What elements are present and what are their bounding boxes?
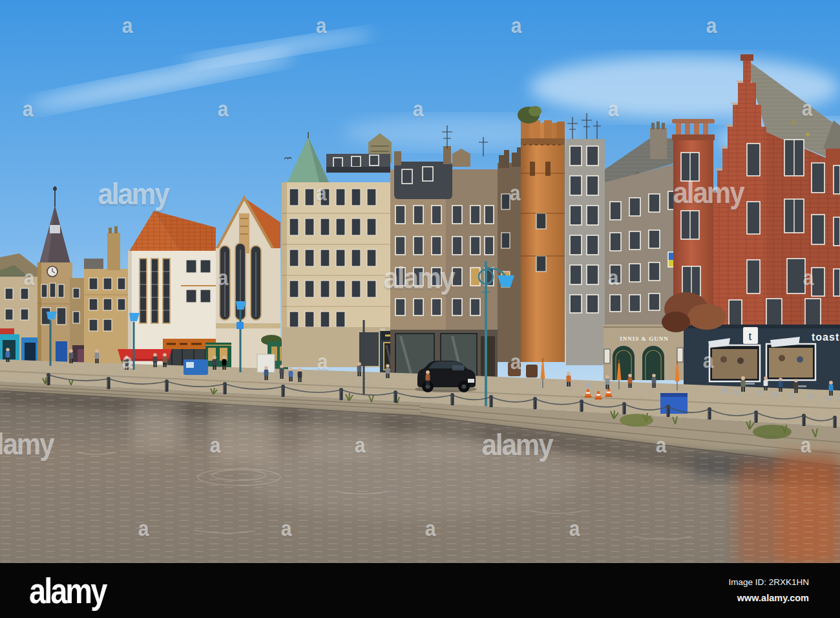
tenement-grey: [566, 113, 605, 365]
stock-photo-preview: INNIS & GUNN: [0, 0, 840, 618]
alamy-logo: alamy: [29, 570, 105, 612]
alamy-website-link[interactable]: www.alamy.com: [728, 590, 809, 606]
blue-planter: [660, 396, 688, 414]
image-id: Image ID: 2RXK1HN: [728, 575, 809, 590]
toast-logo-letter: t: [748, 330, 751, 343]
building-beige-grand: [282, 132, 392, 367]
toast-sign: toast: [812, 332, 839, 343]
innis-gunn-sign: INNIS & GUNN: [620, 336, 669, 342]
footer-bar: alamy Image ID: 2RXK1HN www.alamy.com: [0, 563, 840, 618]
scene-art: INNIS & GUNN: [0, 0, 840, 618]
